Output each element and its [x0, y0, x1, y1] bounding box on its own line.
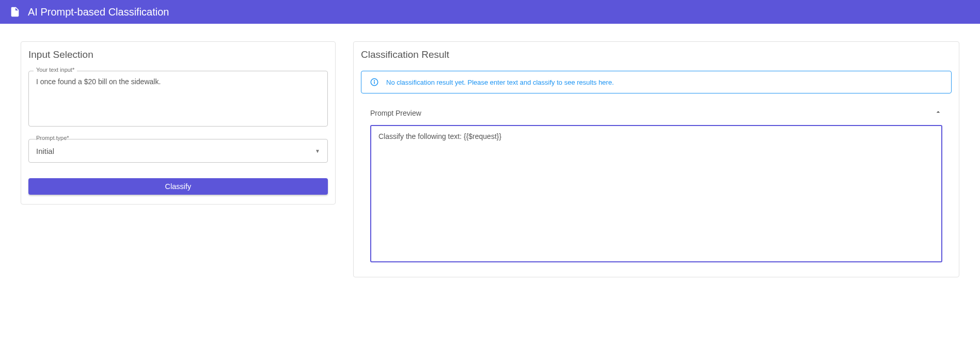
- prompt-type-field: Prompt type* Initial ▼: [28, 139, 328, 163]
- prompt-preview-content: Classify the following text: {{$request}…: [370, 125, 942, 262]
- input-card-title: Input Selection: [28, 49, 328, 60]
- main-content: Input Selection Your text input* Prompt …: [0, 24, 980, 295]
- prompt-type-value: Initial: [36, 147, 315, 155]
- result-card-title: Classification Result: [361, 49, 952, 60]
- info-icon: [370, 77, 379, 87]
- text-input-label: Your text input*: [34, 67, 77, 73]
- prompt-preview-toggle[interactable]: Prompt Preview: [361, 105, 952, 125]
- app-header: AI Prompt-based Classification: [0, 0, 980, 24]
- classification-result-card: Classification Result No classification …: [353, 41, 959, 277]
- info-message: No classification result yet. Please ent…: [386, 79, 614, 86]
- text-input-field: Your text input*: [28, 71, 328, 129]
- info-alert: No classification result yet. Please ent…: [361, 71, 952, 93]
- app-title: AI Prompt-based Classification: [28, 6, 169, 18]
- chevron-up-icon: [934, 108, 942, 118]
- document-icon: [9, 6, 21, 18]
- prompt-preview-label: Prompt Preview: [370, 109, 421, 117]
- svg-point-3: [374, 81, 375, 81]
- dropdown-arrow-icon: ▼: [315, 148, 320, 154]
- input-selection-card: Input Selection Your text input* Prompt …: [21, 41, 336, 205]
- prompt-type-select[interactable]: Initial ▼: [28, 139, 328, 163]
- classify-button[interactable]: Classify: [28, 178, 328, 195]
- text-input[interactable]: [28, 71, 328, 127]
